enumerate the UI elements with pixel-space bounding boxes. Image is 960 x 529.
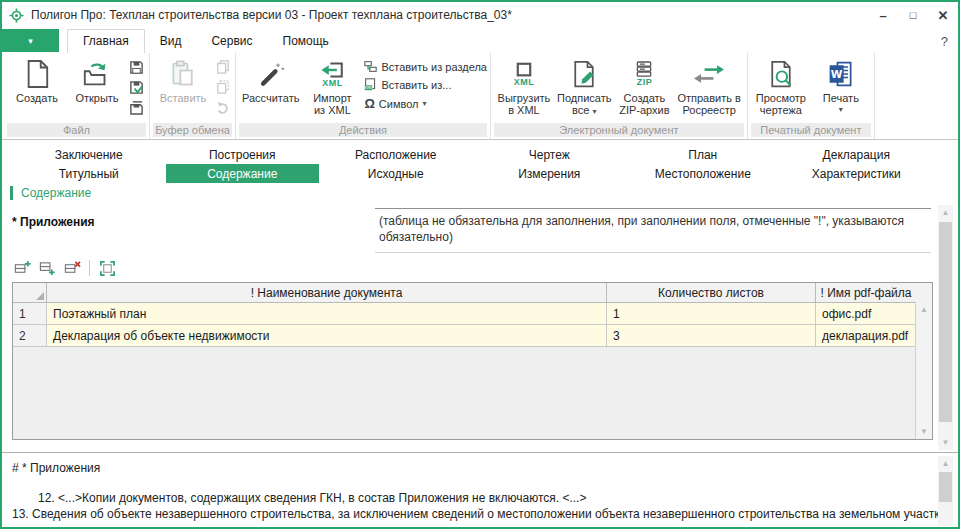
open-button[interactable]: Открыть (67, 54, 127, 104)
insert-from-section-icon (364, 60, 377, 73)
expand-table-icon[interactable] (97, 259, 117, 278)
insert-row-icon[interactable] (37, 259, 57, 278)
scrollbar-thumb[interactable] (939, 472, 952, 502)
document-name-cell[interactable]: Поэтажный план (47, 303, 607, 324)
ribbon-group-clipboard: Вставить Буфер обмена (150, 53, 236, 139)
scroll-up-icon[interactable]: ▲ (938, 208, 953, 217)
table-scrollbar[interactable]: ▲ ▼ (915, 302, 932, 439)
table-row: 2 Декларация об объекте недвижимости 3 д… (13, 325, 932, 347)
tab-izmereniya[interactable]: Измерения (473, 164, 627, 183)
import-xml-line1: Импорт (313, 92, 351, 104)
reference-panel: # * Приложения 12. <...>Копии документов… (2, 452, 958, 527)
caret-down-icon: ▾ (28, 36, 33, 46)
pdf-name-cell[interactable]: декларация.pdf (816, 325, 916, 346)
file-menu-button[interactable]: ▾ (2, 29, 59, 52)
calculate-button[interactable]: Рассчитать (239, 54, 302, 104)
tab-deklaratsiya[interactable]: Декларация (780, 145, 934, 164)
import-xml-icon: XML (319, 56, 345, 92)
send-arrows-icon (694, 56, 724, 92)
tab-plan[interactable]: План (626, 145, 780, 164)
window-controls: – □ ✕ (868, 4, 958, 26)
reference-panel-scrollbar[interactable]: ▲ (938, 456, 953, 526)
app-window: Полигон Про: Техплан строительства верси… (0, 0, 960, 529)
scrollbar-thumb[interactable] (939, 222, 952, 422)
actions-small-column: Вставить из раздела XML Вставить из... Ω… (362, 54, 487, 111)
tab-kharakteristiki[interactable]: Характеристики (780, 164, 934, 183)
sign-all-line2: все ▾ (557, 104, 611, 118)
create-button[interactable]: Создать (7, 54, 67, 104)
tab-zaklyuchenie[interactable]: Заключение (12, 145, 166, 164)
document-name-cell[interactable]: Декларация об объекте недвижимости (47, 325, 607, 346)
sign-all-button[interactable]: Подписать все ▾ (554, 54, 614, 118)
save-icon[interactable] (127, 58, 146, 76)
breadcrumb-current: Содержание (21, 186, 91, 200)
scroll-up-icon[interactable]: ▲ (938, 459, 953, 468)
maximize-button[interactable]: □ (898, 4, 928, 26)
menu-tab-view[interactable]: Вид (145, 30, 197, 53)
sign-all-line2-text: все (572, 104, 589, 116)
export-xml-button[interactable]: XML Выгрузить в XML (494, 54, 554, 116)
print-button[interactable]: W Печать ▾ (811, 54, 871, 116)
paste-button[interactable]: Вставить (153, 54, 213, 104)
tab-raspolozhenie[interactable]: Расположение (319, 145, 473, 164)
row-number-cell[interactable]: 2 (13, 325, 47, 346)
help-button[interactable]: ? (941, 34, 948, 53)
content-scrollbar[interactable]: ▲ ▼ (938, 205, 953, 450)
reference-line-13: 13. Сведения об объекте незавершенного с… (12, 506, 934, 522)
table-corner-cell (13, 283, 47, 302)
send-rosreestr-button[interactable]: Отправить в Росреестр (674, 54, 743, 116)
copy-icon[interactable] (213, 58, 232, 76)
symbol-button[interactable]: Ω Символ ▾ (364, 96, 487, 111)
import-xml-button[interactable]: XML Импорт из XML (302, 54, 362, 116)
close-button[interactable]: ✕ (928, 4, 958, 26)
row-number-cell[interactable]: 1 (13, 303, 47, 324)
sheet-count-cell[interactable]: 1 (607, 303, 816, 324)
scroll-up-icon[interactable]: ▲ (916, 305, 932, 314)
menu-tab-service[interactable]: Сервис (196, 30, 267, 53)
save-all-icon[interactable] (127, 98, 146, 116)
insert-from-section-button[interactable]: Вставить из раздела (364, 60, 487, 73)
ribbon-group-print: Просмотр чертежа W Печать ▾ (748, 53, 875, 139)
scroll-down-icon[interactable]: ▼ (938, 438, 953, 447)
tab-chertezh[interactable]: Чертеж (473, 145, 627, 164)
table-toolbar (12, 258, 117, 278)
appendix-table: ! Наименование документа Количество лист… (12, 282, 933, 440)
save-check-icon[interactable] (127, 78, 146, 96)
preview-drawing-button[interactable]: Просмотр чертежа (751, 54, 811, 116)
section-tabs: Заключение Построения Расположение Черте… (12, 145, 933, 183)
corner-triangle-icon (36, 292, 44, 300)
create-zip-button[interactable]: ZIP Создать ZIP-архив (614, 54, 674, 116)
add-row-icon[interactable] (12, 259, 32, 278)
menu-tab-help[interactable]: Помощь (268, 30, 344, 53)
table-header-row: ! Наименование документа Количество лист… (13, 283, 932, 303)
symbol-label: Символ (379, 98, 419, 110)
tab-soderzhanie[interactable]: Содержание (166, 164, 320, 183)
pdf-name-cell[interactable]: офис.pdf (816, 303, 916, 324)
undo-icon[interactable] (213, 98, 232, 116)
preview-magnifier-icon (767, 56, 795, 92)
copy-special-icon[interactable] (213, 78, 232, 96)
svg-text:XML: XML (365, 85, 374, 90)
insert-from-button[interactable]: XML Вставить из... (364, 78, 487, 91)
xml-badge: XML (322, 79, 343, 88)
tab-titulnyy[interactable]: Титульный (12, 164, 166, 183)
tab-iskhodnye[interactable]: Исходные (319, 164, 473, 183)
minimize-button[interactable]: – (868, 4, 898, 26)
new-document-icon (24, 56, 50, 92)
paste-button-label: Вставить (160, 92, 207, 104)
export-xml-line2: в XML (498, 104, 551, 116)
preview-line1: Просмотр (756, 92, 806, 104)
delete-row-icon[interactable] (62, 259, 82, 278)
tab-postroeniya[interactable]: Построения (166, 145, 320, 164)
send-line2: Росреестр (677, 104, 740, 116)
menu-tab-home[interactable]: Главная (67, 29, 145, 54)
tab-mestopolozhenie[interactable]: Местоположение (626, 164, 780, 183)
scroll-down-icon[interactable]: ▼ (916, 427, 932, 436)
sheet-count-cell[interactable]: 3 (607, 325, 816, 346)
column-header-sheet-count: Количество листов (607, 283, 816, 302)
window-title: Полигон Про: Техплан строительства верси… (31, 8, 512, 22)
caret-down-icon: ▾ (592, 107, 596, 116)
create-zip-line1: Создать (619, 92, 669, 104)
send-line1: Отправить в (677, 92, 740, 104)
save-buttons-column (127, 54, 146, 116)
